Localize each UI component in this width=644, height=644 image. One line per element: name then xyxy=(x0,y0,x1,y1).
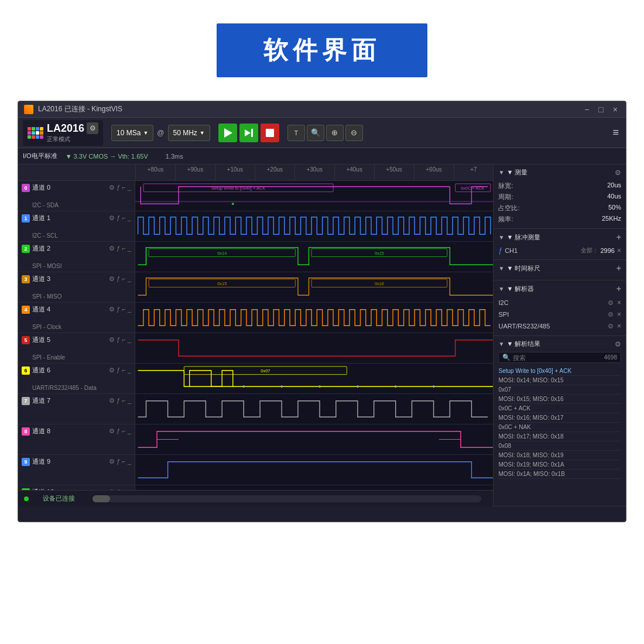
ch-gear-icon[interactable]: ⚙ xyxy=(109,458,115,465)
channel-row-1: 1 通道 1 ⚙ ƒ ⌐ _ I2C - SCL xyxy=(18,211,493,242)
result-item-6[interactable]: 0x0C + NAK xyxy=(498,423,621,432)
freq-dropdown[interactable]: 50 MHz ▼ xyxy=(168,125,210,141)
analyzer-i2c-remove-button[interactable]: × xyxy=(617,299,621,307)
ch-gear-icon[interactable]: ⚙ xyxy=(109,306,115,313)
svg-point-17 xyxy=(280,385,283,388)
analyzer-i2c-gear-icon[interactable]: ⚙ xyxy=(608,299,614,307)
ch-gear-icon[interactable]: ⚙ xyxy=(109,245,115,252)
time-ruler-label: ▼ 时间标尺 xyxy=(506,264,540,273)
ch-wave-icon[interactable]: ƒ xyxy=(117,245,120,252)
measurement-label: ▼ 测量 xyxy=(506,168,527,177)
ch-more-icon[interactable]: _ xyxy=(128,306,131,313)
time-ruler-header[interactable]: ▼ ▼ 时间标尺 + xyxy=(498,263,621,273)
time-mark: +7 xyxy=(454,165,494,181)
ch-trigger-icon[interactable]: ⌐ xyxy=(122,336,125,344)
ch-gear-icon[interactable]: ⚙ xyxy=(109,275,115,283)
ch-more-icon[interactable]: _ xyxy=(128,427,131,435)
time-mark: +90us xyxy=(175,165,215,181)
ch-trigger-icon[interactable]: ⌐ xyxy=(122,427,125,435)
ch-wave-icon[interactable]: ƒ xyxy=(117,366,120,374)
ch-trigger-icon[interactable]: ⌐ xyxy=(122,306,125,313)
analyzer-spi-remove-button[interactable]: × xyxy=(617,310,621,318)
zoom-fit-button[interactable]: 🔍 xyxy=(307,125,324,141)
ch1-remove-button[interactable]: × xyxy=(617,246,621,255)
pulse-meas-add-icon[interactable]: + xyxy=(616,232,621,242)
minimize-button[interactable]: − xyxy=(582,105,591,114)
result-item-1[interactable]: MOSI: 0x14; MISO: 0x15 xyxy=(498,376,621,385)
ch-num-4: 4 xyxy=(22,306,30,314)
ch-trigger-icon[interactable]: ⌐ xyxy=(122,397,125,405)
ch-gear-icon[interactable]: ⚙ xyxy=(109,366,115,374)
ch-more-icon[interactable]: _ xyxy=(128,366,131,374)
ch-trigger-icon[interactable]: ⌐ xyxy=(122,458,125,465)
ch-gear-icon[interactable]: ⚙ xyxy=(109,397,115,405)
menu-icon[interactable]: ≡ xyxy=(610,124,621,141)
result-item-7[interactable]: MOSI: 0x17; MISO: 0x18 xyxy=(498,432,621,441)
ch-wave-icon[interactable]: ƒ xyxy=(117,336,120,344)
single-button[interactable] xyxy=(239,124,258,142)
result-item-8[interactable]: 0x08 xyxy=(498,441,621,451)
measurement-header[interactable]: ▼ ▼ 测量 ⚙ xyxy=(498,168,621,177)
sample-rate-dropdown[interactable]: 10 MSa ▼ xyxy=(111,125,153,141)
measurement-gear-icon[interactable]: ⚙ xyxy=(615,169,621,177)
horizontal-scrollbar[interactable] xyxy=(93,495,481,502)
zoom-in-button[interactable]: ⊕ xyxy=(326,125,344,141)
results-header[interactable]: ▼ ▼ 解析结果 ⚙ xyxy=(498,340,621,348)
result-item-9[interactable]: MOSI: 0x18; MISO: 0x19 xyxy=(498,451,621,460)
ch-trigger-icon[interactable]: ⌐ xyxy=(122,214,125,222)
ch-trigger-icon[interactable]: ⌐ xyxy=(122,184,125,191)
ch-wave-icon[interactable]: ƒ xyxy=(117,427,120,435)
ch-more-icon[interactable]: _ xyxy=(128,275,131,283)
ch-wave-icon[interactable]: ƒ xyxy=(117,275,120,283)
at-label: @ xyxy=(157,129,164,137)
analyzer-uart-gear-icon[interactable]: ⚙ xyxy=(608,323,614,330)
ch-wave-icon[interactable]: ƒ xyxy=(117,184,120,191)
result-item-10[interactable]: MOSI: 0x19; MISO: 0x1A xyxy=(498,460,621,470)
ch-gear-icon[interactable]: ⚙ xyxy=(109,427,115,435)
ch-wave-icon[interactable]: ƒ xyxy=(117,458,120,465)
logo-cell xyxy=(28,135,31,139)
close-button[interactable]: × xyxy=(611,105,620,114)
result-item-0[interactable]: Setup Write to [0x40] + ACK xyxy=(498,366,621,376)
ch-more-icon[interactable]: _ xyxy=(128,397,131,405)
ch-top-4: 4 通道 4 ⚙ ƒ ⌐ _ xyxy=(22,305,131,314)
ch-more-icon[interactable]: _ xyxy=(128,458,131,465)
ch-more-icon[interactable]: _ xyxy=(128,184,131,191)
result-item-2[interactable]: 0x07 xyxy=(498,385,621,395)
ch-wave-icon[interactable]: ƒ xyxy=(117,306,120,313)
analyzer-spi-gear-icon[interactable]: ⚙ xyxy=(608,311,614,318)
ch-trigger-icon[interactable]: ⌐ xyxy=(122,275,125,283)
trigger-button[interactable]: T xyxy=(287,125,305,141)
pulse-meas-header[interactable]: ▼ ▼ 脉冲测量 + xyxy=(498,232,621,242)
result-item-5[interactable]: MOSI: 0x16; MISO: 0x17 xyxy=(498,413,621,423)
channel-header-10: 10 通道 10 ⚙ ƒ ⌐ _ xyxy=(18,485,135,490)
ch-wave-icon[interactable]: ƒ xyxy=(117,397,120,405)
ch-more-icon[interactable]: _ xyxy=(128,214,131,222)
ch-gear-icon[interactable]: ⚙ xyxy=(109,336,115,344)
ch-gear-icon[interactable]: ⚙ xyxy=(109,214,115,222)
search-input[interactable] xyxy=(513,354,604,361)
results-gear-icon[interactable]: ⚙ xyxy=(615,340,621,348)
time-ruler-add-icon[interactable]: + xyxy=(616,263,621,273)
svg-text:Setup Write to [0x40] + ACK: Setup Write to [0x40] + ACK xyxy=(211,186,265,191)
channel-wave-8 xyxy=(135,424,493,454)
result-item-3[interactable]: MOSI: 0x15; MISO: 0x16 xyxy=(498,395,621,404)
ch-trigger-icon[interactable]: ⌐ xyxy=(122,366,125,374)
play-button[interactable] xyxy=(218,124,237,142)
settings-button[interactable]: ⚙ xyxy=(87,122,98,134)
analyzer-header[interactable]: ▼ ▼ 解析器 + xyxy=(498,284,621,293)
result-item-4[interactable]: 0x0C + ACK xyxy=(498,404,621,413)
ch-wave-icon[interactable]: ƒ xyxy=(117,214,120,222)
ch-more-icon[interactable]: _ xyxy=(128,245,131,252)
analyzer-add-icon[interactable]: + xyxy=(616,284,621,293)
svg-text:0x14: 0x14 xyxy=(217,250,227,255)
analyzer-uart-remove-button[interactable]: × xyxy=(617,322,621,330)
zoom-controls: T 🔍 ⊕ ⊖ xyxy=(287,125,363,141)
maximize-button[interactable]: □ xyxy=(596,105,605,114)
zoom-out-button[interactable]: ⊖ xyxy=(345,125,363,141)
ch-gear-icon[interactable]: ⚙ xyxy=(109,184,115,191)
stop-button[interactable] xyxy=(261,124,279,142)
result-item-11[interactable]: MOSI: 0x1A; MISO: 0x1B xyxy=(498,470,621,479)
ch-more-icon[interactable]: _ xyxy=(128,336,131,344)
ch-trigger-icon[interactable]: ⌐ xyxy=(122,245,125,252)
